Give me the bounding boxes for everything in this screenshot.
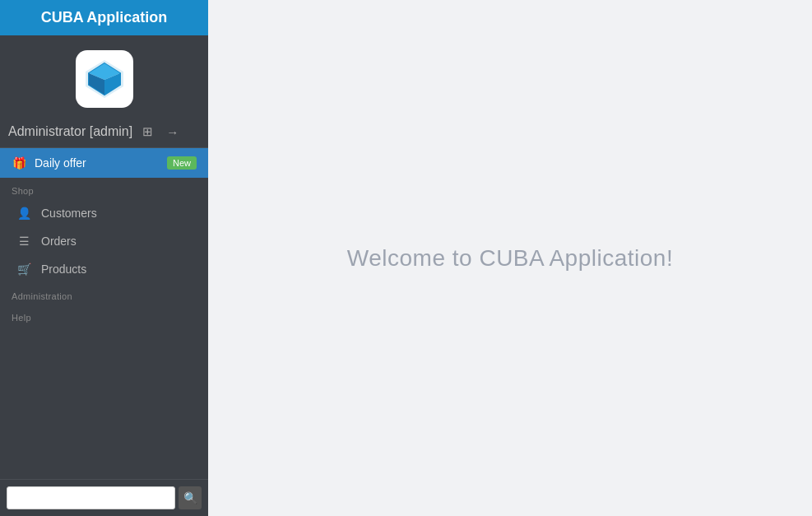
shop-section-label: Shop	[0, 178, 208, 199]
orders-label: Orders	[41, 235, 77, 248]
sidebar-item-daily-offer[interactable]: 🎁 Daily offer New	[0, 148, 208, 178]
nav-area: 🎁 Daily offer New Shop 👤 Customers ☰ Ord…	[0, 148, 208, 479]
sidebar: CUBA Application Administrator [admin] ⊞…	[0, 0, 208, 516]
orders-icon: ☰	[16, 235, 31, 248]
app-logo	[76, 50, 133, 108]
new-badge: New	[167, 156, 197, 170]
search-icon: 🔍	[183, 491, 197, 504]
sidebar-item-products[interactable]: 🛒 Products	[0, 255, 208, 283]
search-bar: 🔍	[0, 479, 208, 516]
logo-area	[0, 35, 208, 116]
sidebar-header: CUBA Application	[0, 0, 208, 35]
customers-label: Customers	[41, 207, 97, 220]
customers-icon: 👤	[16, 207, 31, 220]
logout-icon[interactable]: →	[163, 123, 182, 141]
search-button[interactable]: 🔍	[179, 486, 202, 509]
products-label: Products	[41, 263, 86, 276]
gift-icon: 🎁	[12, 156, 26, 170]
welcome-message: Welcome to CUBA Application!	[347, 245, 673, 272]
daily-offer-label: Daily offer	[35, 156, 159, 170]
sidebar-item-orders[interactable]: ☰ Orders	[0, 227, 208, 255]
app-title: CUBA Application	[41, 9, 168, 26]
logo-icon	[82, 57, 127, 101]
main-content: Welcome to CUBA Application!	[208, 0, 812, 516]
grid-icon[interactable]: ⊞	[139, 123, 156, 141]
help-section-label: Help	[0, 304, 208, 326]
sidebar-item-customers[interactable]: 👤 Customers	[0, 199, 208, 227]
search-input[interactable]	[7, 486, 175, 509]
products-icon: 🛒	[16, 263, 31, 276]
user-bar: Administrator [admin] ⊞ →	[0, 116, 208, 148]
user-name: Administrator [admin]	[8, 124, 132, 139]
administration-section-label: Administration	[0, 283, 208, 304]
